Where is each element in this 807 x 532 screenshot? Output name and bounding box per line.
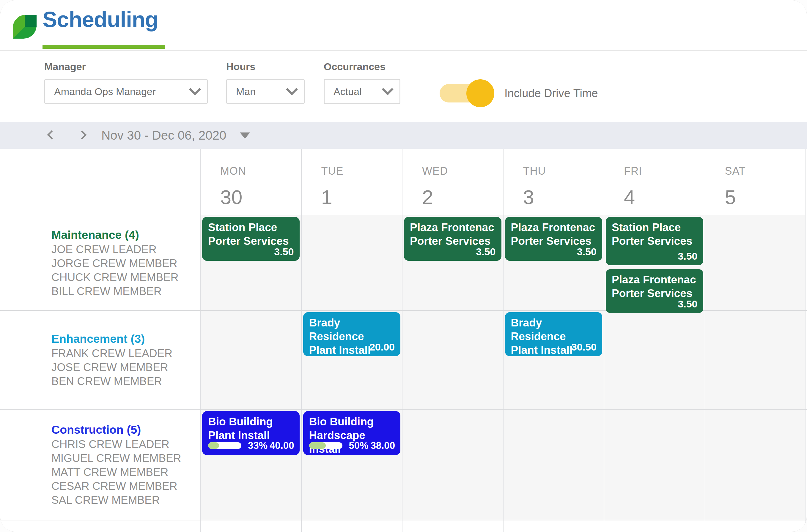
top-bar: Scheduling <box>0 0 807 51</box>
event-title-line: Station Place <box>208 221 294 234</box>
progress-bar-fill <box>208 442 219 449</box>
chevron-down-icon <box>286 83 298 95</box>
calendar-cell[interactable]: Plaza FrontenacPorter Services3.50 <box>503 215 604 310</box>
day-header-wed: WED 2 <box>402 149 503 215</box>
day-header-thu: THU 3 <box>503 149 604 215</box>
event-card[interactable]: Station PlacePorter Services3.50 <box>202 217 300 261</box>
day-header-fri: FRI 4 <box>604 149 705 215</box>
calendar-cell[interactable]: Brady ResidencePlant Install30.50 <box>503 311 604 409</box>
event-card[interactable]: Brady ResidencePlant Install20.00 <box>303 312 401 356</box>
hours-filter: Hours Man <box>226 61 305 104</box>
crew-member: SAL CREW MEMBER <box>51 493 188 507</box>
crew-member: BILL CREW MEMBER <box>51 284 188 298</box>
calendar-cell[interactable]: Bio BuildingHardscape Install50%38.00 <box>301 410 402 520</box>
empty-row <box>0 520 807 532</box>
calendar-cell[interactable] <box>705 410 806 520</box>
event-title-line: Station Place <box>612 221 697 234</box>
event-card[interactable]: Brady ResidencePlant Install30.50 <box>505 312 603 356</box>
event-card[interactable]: Bio BuildingHardscape Install50%38.00 <box>303 411 401 455</box>
calendar-cell[interactable] <box>604 311 705 409</box>
calendar-cell[interactable] <box>604 410 705 520</box>
day-header-tue: TUE 1 <box>301 149 402 215</box>
event-progress-row: 50%38.00 <box>309 440 395 451</box>
hours-label: Hours <box>226 61 305 73</box>
event-title-line: Plaza Frontenac <box>410 221 495 234</box>
crew-row: Construction (5)CHRIS CREW LEADERMIGUEL … <box>0 409 807 520</box>
calendar-cell[interactable] <box>705 520 806 532</box>
crew-title: Maintenance (4) <box>51 228 188 242</box>
filter-bar: Manager Amanda Ops Manager Hours Man Occ… <box>0 51 807 122</box>
calendar-cell[interactable]: Brady ResidencePlant Install20.00 <box>301 311 402 409</box>
toggle-knob <box>466 79 494 107</box>
crew-info-cell: Maintenance (4)JOE CREW LEADERJORGE CREW… <box>0 215 200 310</box>
chevron-down-icon <box>382 83 393 95</box>
include-drive-time-toggle[interactable] <box>440 84 493 102</box>
progress-percent: 33% <box>248 440 268 451</box>
event-stack: Bio BuildingPlant Install33%40.00 <box>201 410 301 457</box>
manager-label: Manager <box>44 61 208 73</box>
event-title-line: Bio Building <box>309 415 395 429</box>
calendar-cell[interactable] <box>402 520 503 532</box>
crew-row: Enhancement (3)FRANK CREW LEADERJOSE CRE… <box>0 310 807 409</box>
crew-info-cell: Construction (5)CHRIS CREW LEADERMIGUEL … <box>0 410 200 520</box>
crew-info-cell: Enhancement (3)FRANK CREW LEADERJOSE CRE… <box>0 311 200 409</box>
page-title: Scheduling <box>42 7 158 32</box>
calendar-cell[interactable] <box>200 520 301 532</box>
calendar-cell[interactable] <box>604 520 705 532</box>
crew-cell-empty <box>0 520 200 532</box>
crew-title: Construction (5) <box>51 422 188 437</box>
crew-member: JOE CREW LEADER <box>51 242 188 256</box>
calendar-cell[interactable] <box>402 311 503 409</box>
calendar-cell[interactable] <box>503 410 604 520</box>
event-card[interactable]: Plaza FrontenacPorter Services3.50 <box>505 217 603 261</box>
progress-bar-fill <box>309 442 326 449</box>
event-card[interactable]: Plaza FrontenacPorter Services3.50 <box>606 269 703 313</box>
calendar-cell[interactable]: Station PlacePorter Services3.50 <box>200 215 301 310</box>
crew-member: CHRIS CREW LEADER <box>51 437 188 451</box>
occurrences-filter: Occurrances Actual <box>324 61 400 104</box>
event-title-line: Bio Building <box>208 415 294 429</box>
day-header-sat: SAT 5 <box>705 149 806 215</box>
event-stack: Station PlacePorter Services3.50Plaza Fr… <box>604 215 705 315</box>
day-header-row: MON 30 TUE 1 WED 2 THU 3 FRI 4 SAT 5 <box>0 149 807 215</box>
calendar-cell[interactable]: Plaza FrontenacPorter Services3.50 <box>402 215 503 310</box>
calendar-cell[interactable] <box>402 410 503 520</box>
crew-row: Maintenance (4)JOE CREW LEADERJORGE CREW… <box>0 215 807 310</box>
chevron-left-icon <box>47 130 56 139</box>
calendar-cell[interactable]: Station PlacePorter Services3.50Plaza Fr… <box>604 215 705 310</box>
date-picker-caret-icon[interactable] <box>240 132 250 139</box>
event-card[interactable]: Bio BuildingPlant Install33%40.00 <box>202 411 300 455</box>
date-range-label[interactable]: Nov 30 - Dec 06, 2020 <box>102 128 226 142</box>
calendar-cell[interactable] <box>705 215 806 310</box>
chevron-right-icon <box>77 130 87 139</box>
occurrences-select[interactable]: Actual <box>324 79 400 104</box>
event-card[interactable]: Plaza FrontenacPorter Services3.50 <box>404 217 501 261</box>
event-title-line: Brady Residence <box>511 316 597 343</box>
event-title-line: Plaza Frontenac <box>612 273 697 287</box>
event-hours: 20.00 <box>369 341 395 353</box>
schedule-grid: MON 30 TUE 1 WED 2 THU 3 FRI 4 SAT 5 <box>0 149 807 532</box>
calendar-cell[interactable] <box>200 311 301 409</box>
occurrences-select-value: Actual <box>333 86 362 97</box>
calendar-cell[interactable] <box>705 311 806 409</box>
event-title-line: Porter Services <box>612 234 697 248</box>
previous-week-button[interactable] <box>45 129 58 142</box>
manager-select-value: Amanda Ops Manager <box>54 86 156 97</box>
manager-select[interactable]: Amanda Ops Manager <box>44 79 208 104</box>
crew-title: Enhancement (3) <box>51 331 188 346</box>
crew-member: BEN CREW MEMBER <box>51 374 188 388</box>
calendar-cell[interactable] <box>301 520 402 532</box>
crew-member: MIGUEL CREW MEMBER <box>51 451 188 465</box>
crew-member: CHUCK CREW MEMBER <box>51 270 188 284</box>
event-card[interactable]: Station PlacePorter Services3.50 <box>606 217 703 265</box>
calendar-cell[interactable] <box>301 215 402 310</box>
event-title-line: Plaza Frontenac <box>511 221 597 234</box>
drive-time-control: Include Drive Time <box>440 84 598 102</box>
calendar-cell[interactable] <box>503 520 604 532</box>
next-week-button[interactable] <box>75 129 89 142</box>
event-hours: 38.00 <box>370 440 395 451</box>
hours-select[interactable]: Man <box>226 79 305 104</box>
drive-time-label: Include Drive Time <box>505 87 598 100</box>
crew-member: JOSE CREW MEMBER <box>51 360 188 374</box>
calendar-cell[interactable]: Bio BuildingPlant Install33%40.00 <box>200 410 301 520</box>
